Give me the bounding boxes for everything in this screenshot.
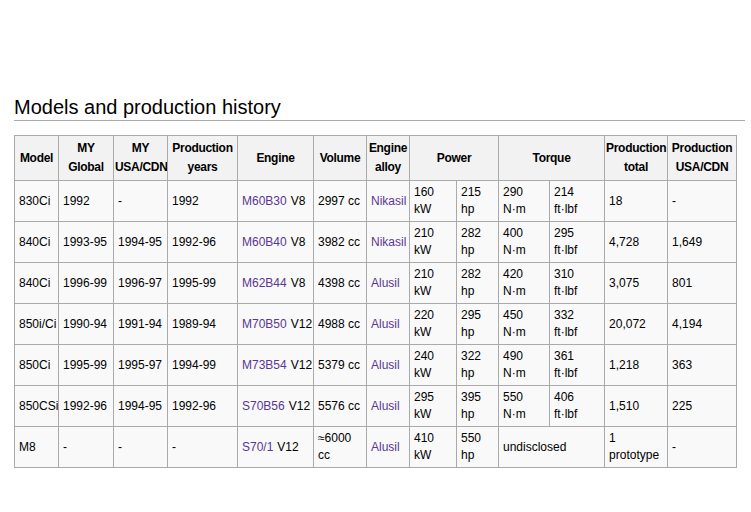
power-kw-cell: 240 kW — [410, 345, 457, 386]
alloy-link[interactable]: Nikasil — [371, 235, 406, 249]
torque-ftlbf-cell: 332 ft·lbf — [550, 304, 605, 345]
alloy-cell: Alusil — [367, 345, 410, 386]
power-kw-cell: 210 kW — [410, 222, 457, 263]
torque-nm-cell: 450 N·m — [499, 304, 550, 345]
volume-cell: 3982 cc — [314, 222, 367, 263]
production-years-cell: 1992 — [168, 181, 238, 222]
volume-cell: 2997 cc — [314, 181, 367, 222]
production-usa-cdn-cell: 801 — [668, 263, 737, 304]
production-years-cell: - — [168, 427, 238, 468]
table-row-850csi: 850CSi 1992-96 1994-95 1992-96 S70B56V12… — [15, 386, 737, 427]
col-header-my-global: MY Global — [59, 136, 114, 181]
table-row-m8: M8 - - - S70/1V12 ≈6000 cc Alusil 410 kW… — [15, 427, 737, 468]
table-row-840ci-early: 840Ci 1993-95 1994-95 1992-96 M60B40V8 3… — [15, 222, 737, 263]
engine-link[interactable]: M70B50 — [242, 317, 287, 331]
alloy-link[interactable]: Alusil — [371, 276, 400, 290]
models-production-table: Model MY Global MY USA/CDN Production ye… — [14, 135, 737, 468]
volume-cell: 5379 cc — [314, 345, 367, 386]
power-hp-cell: 295 hp — [457, 304, 499, 345]
torque-nm-cell: 400 N·m — [499, 222, 550, 263]
engine-cell: S70B56V12 — [238, 386, 314, 427]
engine-cell: M73B54V12 — [238, 345, 314, 386]
engine-config: V12 — [285, 399, 310, 413]
volume-cell: 4398 cc — [314, 263, 367, 304]
engine-cell: M60B30V8 — [238, 181, 314, 222]
torque-ftlbf-cell: 361 ft·lbf — [550, 345, 605, 386]
engine-link[interactable]: M60B30 — [242, 194, 287, 208]
my-usa-cdn-cell: - — [114, 181, 168, 222]
power-hp-cell: 282 hp — [457, 263, 499, 304]
engine-link[interactable]: S70B56 — [242, 399, 285, 413]
col-header-production-total: Production total — [605, 136, 668, 181]
alloy-cell: Alusil — [367, 263, 410, 304]
col-header-my-usa-cdn: MY USA/CDN — [114, 136, 168, 181]
alloy-link[interactable]: Nikasil — [371, 194, 406, 208]
alloy-cell: Alusil — [367, 386, 410, 427]
my-usa-cdn-cell: 1995-97 — [114, 345, 168, 386]
model-cell: 850CSi — [15, 386, 59, 427]
page-content: Models and production history Model MY G… — [0, 0, 751, 512]
torque-nm-cell: 420 N·m — [499, 263, 550, 304]
torque-undisclosed-cell: undisclosed — [499, 427, 605, 468]
alloy-cell: Nikasil — [367, 181, 410, 222]
production-usa-cdn-cell: - — [668, 427, 737, 468]
alloy-link[interactable]: Alusil — [371, 317, 400, 331]
power-hp-cell: 550 hp — [457, 427, 499, 468]
engine-config: V12 — [273, 440, 298, 454]
engine-config: V12 — [287, 358, 312, 372]
production-total-cell: 1 prototype — [605, 427, 668, 468]
production-years-cell: 1992-96 — [168, 386, 238, 427]
production-usa-cdn-cell: 1,649 — [668, 222, 737, 263]
torque-ftlbf-cell: 295 ft·lbf — [550, 222, 605, 263]
section-heading: Models and production history — [14, 97, 745, 121]
col-header-engine: Engine — [238, 136, 314, 181]
table-row-850ci: 850Ci 1995-99 1995-97 1994-99 M73B54V12 … — [15, 345, 737, 386]
engine-cell: M70B50V12 — [238, 304, 314, 345]
engine-link[interactable]: S70/1 — [242, 440, 273, 454]
model-cell: M8 — [15, 427, 59, 468]
col-header-engine-alloy: Engine alloy — [367, 136, 410, 181]
col-header-volume: Volume — [314, 136, 367, 181]
engine-cell: M60B40V8 — [238, 222, 314, 263]
engine-link[interactable]: M73B54 — [242, 358, 287, 372]
power-kw-cell: 160 kW — [410, 181, 457, 222]
table-row-830ci: 830Ci 1992 - 1992 M60B30V8 2997 cc Nikas… — [15, 181, 737, 222]
production-total-cell: 4,728 — [605, 222, 668, 263]
my-global-cell: 1996-99 — [59, 263, 114, 304]
my-global-cell: 1992-96 — [59, 386, 114, 427]
engine-link[interactable]: M60B40 — [242, 235, 287, 249]
my-usa-cdn-cell: 1996-97 — [114, 263, 168, 304]
production-total-cell: 1,510 — [605, 386, 668, 427]
model-cell: 840Ci — [15, 263, 59, 304]
my-global-cell: 1990-94 — [59, 304, 114, 345]
my-usa-cdn-cell: 1994-95 — [114, 222, 168, 263]
power-hp-cell: 282 hp — [457, 222, 499, 263]
alloy-cell: Nikasil — [367, 222, 410, 263]
torque-ftlbf-cell: 214 ft·lbf — [550, 181, 605, 222]
engine-link[interactable]: M62B44 — [242, 276, 287, 290]
production-years-cell: 1995-99 — [168, 263, 238, 304]
torque-ftlbf-cell: 310 ft·lbf — [550, 263, 605, 304]
production-years-cell: 1992-96 — [168, 222, 238, 263]
production-usa-cdn-cell: 363 — [668, 345, 737, 386]
model-cell: 850i/Ci — [15, 304, 59, 345]
my-usa-cdn-cell: - — [114, 427, 168, 468]
alloy-cell: Alusil — [367, 304, 410, 345]
my-global-cell: - — [59, 427, 114, 468]
my-global-cell: 1992 — [59, 181, 114, 222]
model-cell: 850Ci — [15, 345, 59, 386]
col-header-model: Model — [15, 136, 59, 181]
my-usa-cdn-cell: 1991-94 — [114, 304, 168, 345]
table-row-850i-ci: 850i/Ci 1990-94 1991-94 1989-94 M70B50V1… — [15, 304, 737, 345]
production-total-cell: 3,075 — [605, 263, 668, 304]
alloy-link[interactable]: Alusil — [371, 399, 400, 413]
model-cell: 830Ci — [15, 181, 59, 222]
alloy-link[interactable]: Alusil — [371, 440, 400, 454]
model-cell: 840Ci — [15, 222, 59, 263]
engine-config: V8 — [287, 235, 306, 249]
col-header-production-usa-cdn: Production USA/CDN — [668, 136, 737, 181]
production-total-cell: 20,072 — [605, 304, 668, 345]
production-usa-cdn-cell: - — [668, 181, 737, 222]
col-header-torque: Torque — [499, 136, 605, 181]
alloy-link[interactable]: Alusil — [371, 358, 400, 372]
